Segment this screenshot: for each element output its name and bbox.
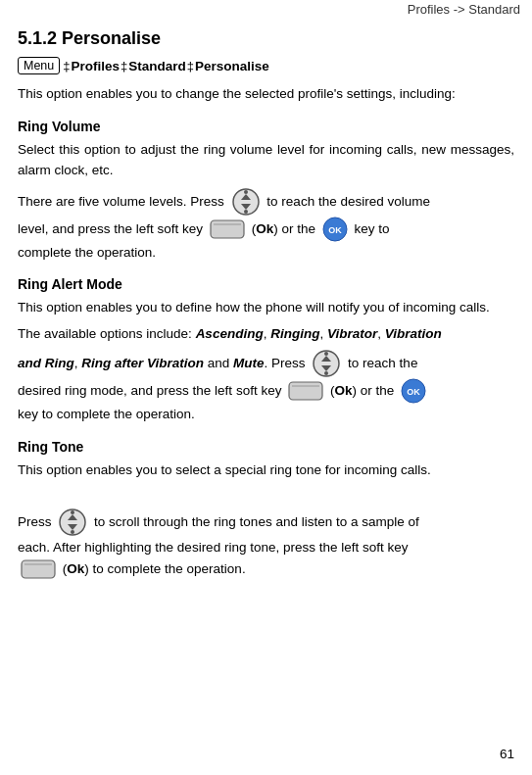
svg-rect-5 xyxy=(211,220,244,238)
five-levels-text-mid2: level, and press the left soft key xyxy=(18,220,207,235)
breadcrumb-sep-2: ‡ xyxy=(121,59,127,73)
ring-volume-para1: Select this option to adjust the ring vo… xyxy=(18,140,514,181)
and1: and xyxy=(204,356,233,370)
svg-point-21 xyxy=(71,510,74,514)
ring-volume-inline: There are five volume levels. Press to r… xyxy=(18,187,514,264)
option-ringing: Ringing xyxy=(270,326,319,341)
five-levels-text-mid1: to reach the desired volume xyxy=(266,193,430,208)
nav-updown-icon-3 xyxy=(58,508,87,537)
five-levels-text-end: key to xyxy=(354,220,389,235)
svg-rect-14 xyxy=(289,382,322,400)
breadcrumb-profiles: Profiles xyxy=(72,59,121,73)
left-soft-key-icon-2 xyxy=(288,381,323,401)
option-and-ring: and Ring xyxy=(18,356,74,370)
five-levels-text-start: There are five volume levels. Press xyxy=(18,193,228,208)
ok-text-3: (Ok) to complete the operation. xyxy=(63,561,246,576)
svg-text:OK: OK xyxy=(407,387,420,397)
header-text: Profiles -> Standard xyxy=(408,2,520,17)
ring-alert-inline: and Ring, Ring after Vibration and Mute.… xyxy=(18,349,514,425)
ring-volume-heading: Ring Volume xyxy=(18,119,514,134)
desired-ring-text: desired ring mode, and press the left so… xyxy=(18,383,285,398)
option-vibration: Vibration xyxy=(385,326,442,341)
comma2: , xyxy=(319,326,327,341)
to-reach-text: to reach the xyxy=(348,356,417,370)
option-ring-after: Ring after Vibration xyxy=(81,356,204,370)
ok-btn-icon-2: OK xyxy=(401,378,426,404)
svg-point-12 xyxy=(324,352,328,356)
complete-text-2: key to complete the operation. xyxy=(18,407,195,421)
ring-alert-options-intro: The available options include: xyxy=(18,326,196,341)
breadcrumb-sep-1: ‡ xyxy=(63,59,70,73)
breadcrumb-personalise: Personalise xyxy=(195,59,269,73)
ring-alert-heading: Ring Alert Mode xyxy=(18,276,514,292)
breadcrumb: Menu ‡ Profiles ‡ Standard ‡ Personalise xyxy=(18,57,514,74)
ring-tone-heading: Ring Tone xyxy=(18,439,514,455)
ring-tone-inline: Press to scroll through the ring tones a… xyxy=(18,487,514,580)
breadcrumb-sep-3: ‡ xyxy=(187,59,194,73)
svg-text:OK: OK xyxy=(328,225,342,235)
five-levels-complete: complete the operation. xyxy=(18,245,156,260)
option-vibrator: Vibrator xyxy=(327,326,377,341)
each-text: each. After highlighting the desired rin… xyxy=(18,540,409,555)
scroll-text: to scroll through the ring tones and lis… xyxy=(94,514,419,529)
page-title: 5.1.2 Personalise xyxy=(18,28,514,49)
ring-alert-para1: This option enables you to define how th… xyxy=(18,298,514,318)
svg-point-13 xyxy=(324,371,328,375)
press-text-3: Press xyxy=(18,514,55,529)
left-soft-key-icon-3 xyxy=(21,559,56,579)
header-bar: Profiles -> Standard xyxy=(0,0,532,19)
svg-rect-23 xyxy=(22,560,55,578)
svg-point-22 xyxy=(71,530,74,534)
left-soft-key-icon-1 xyxy=(210,219,245,239)
option-ascending: Ascending xyxy=(196,326,264,341)
menu-button[interactable]: Menu xyxy=(18,57,60,74)
nav-updown-icon-1 xyxy=(231,187,261,217)
option-mute: Mute xyxy=(233,356,265,370)
five-levels-text-ok1: (Ok) or the xyxy=(252,220,319,235)
press-text: . Press xyxy=(265,356,310,370)
intro-text: This option enables you to change the se… xyxy=(18,84,514,105)
svg-point-3 xyxy=(244,190,248,194)
content-area: 5.1.2 Personalise Menu ‡ Profiles ‡ Stan… xyxy=(0,19,532,594)
ok-text-2: (Ok) or the xyxy=(330,383,398,398)
svg-point-4 xyxy=(244,210,248,214)
ok-btn-icon-1: OK xyxy=(322,217,348,242)
ring-alert-options: The available options include: Ascending… xyxy=(18,324,514,345)
ring-tone-para1: This option enables you to select a spec… xyxy=(18,460,514,481)
page-number: 61 xyxy=(500,747,514,761)
comma3: , xyxy=(377,326,385,341)
breadcrumb-standard: Standard xyxy=(128,59,186,73)
nav-updown-icon-2 xyxy=(312,349,341,378)
